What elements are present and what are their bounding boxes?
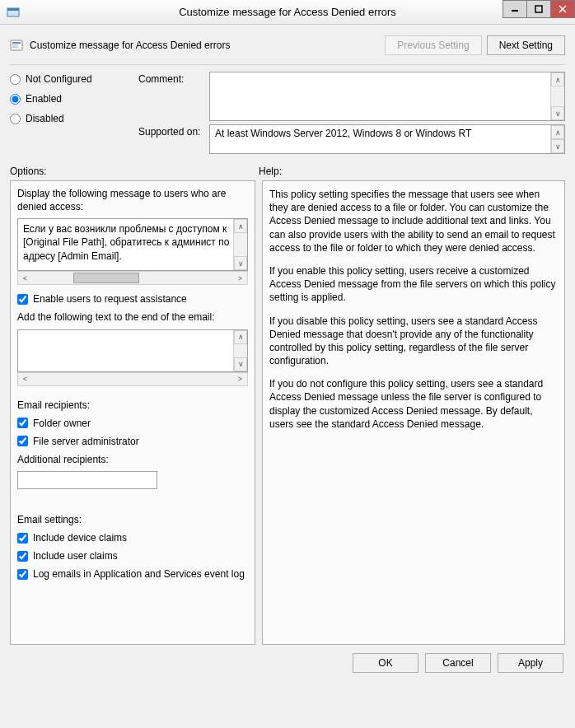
close-button[interactable] — [550, 0, 575, 18]
folder-owner-checkbox[interactable] — [17, 418, 28, 428]
append-email-scrollbar[interactable]: ∧ ∨ — [233, 330, 247, 371]
footer: OK Cancel Apply — [0, 645, 575, 681]
options-heading: Options: — [10, 166, 259, 177]
log-emails-label: Log emails in Application and Services e… — [33, 568, 245, 580]
help-paragraph: If you do not configure this policy sett… — [269, 377, 558, 431]
email-settings-heading: Email settings: — [17, 514, 248, 525]
help-paragraph: This policy setting specifies the messag… — [269, 188, 558, 254]
radio-enabled-label: Enabled — [26, 93, 62, 105]
display-message-label: Display the following message to users w… — [17, 188, 248, 213]
help-paragraph: If you disable this policy setting, user… — [269, 315, 558, 368]
policy-title: Customize message for Access Denied erro… — [30, 40, 385, 51]
fs-admin-row[interactable]: File server administrator — [17, 436, 248, 447]
scroll-right-icon[interactable]: > — [233, 272, 247, 284]
ok-button[interactable]: OK — [353, 653, 418, 673]
help-heading: Help: — [259, 166, 565, 177]
append-email-hscroll[interactable]: < > — [17, 372, 248, 386]
radio-not-configured-input[interactable] — [10, 74, 21, 85]
include-user-claims-row[interactable]: Include user claims — [17, 550, 248, 562]
comment-box[interactable]: ∧ ∨ — [209, 72, 565, 121]
help-panel: This policy setting specifies the messag… — [262, 180, 565, 645]
svg-rect-7 — [12, 42, 21, 44]
comment-label: Comment: — [138, 72, 204, 85]
apply-button[interactable]: Apply — [498, 653, 563, 673]
log-emails-checkbox[interactable] — [17, 569, 28, 580]
svg-rect-9 — [12, 47, 18, 49]
radio-not-configured-label: Not Configured — [26, 73, 92, 85]
svg-rect-1 — [7, 8, 19, 11]
title-bar: Customize message for Access Denied erro… — [0, 0, 575, 25]
scroll-down-icon[interactable]: ∨ — [234, 357, 247, 371]
fs-admin-checkbox[interactable] — [17, 436, 28, 446]
include-user-claims-label: Include user claims — [33, 550, 118, 562]
append-email-label: Add the following text to the end of the… — [17, 311, 248, 324]
scroll-left-icon[interactable]: < — [18, 373, 32, 385]
window-controls — [503, 0, 575, 20]
scroll-up-icon[interactable]: ∧ — [234, 330, 247, 344]
display-message-hscroll[interactable]: < > — [17, 271, 248, 285]
svg-rect-3 — [535, 6, 542, 12]
scroll-up-icon[interactable]: ∧ — [551, 125, 564, 139]
include-user-claims-checkbox[interactable] — [17, 551, 28, 562]
svg-rect-8 — [12, 44, 18, 46]
scroll-up-icon[interactable]: ∧ — [234, 219, 247, 233]
scroll-right-icon[interactable]: > — [233, 373, 247, 385]
append-email-field[interactable]: ∧ ∨ — [17, 329, 248, 372]
display-message-field[interactable]: ∧ ∨ — [17, 218, 248, 271]
radio-disabled-input[interactable] — [10, 114, 21, 124]
radio-disabled-label: Disabled — [26, 113, 64, 124]
window-title: Customize message for Access Denied erro… — [0, 6, 575, 18]
radio-enabled[interactable]: Enabled — [10, 93, 133, 105]
next-setting-button[interactable]: Next Setting — [487, 35, 565, 55]
scroll-down-icon[interactable]: ∨ — [234, 256, 247, 270]
display-message-scrollbar[interactable]: ∧ ∨ — [233, 219, 247, 270]
folder-owner-label: Folder owner — [33, 418, 91, 429]
enable-assist-label: Enable users to request assistance — [33, 293, 187, 305]
previous-setting-button: Previous Setting — [385, 35, 481, 55]
policy-icon — [10, 39, 23, 52]
radio-not-configured[interactable]: Not Configured — [10, 73, 133, 85]
supported-on-box: At least Windows Server 2012, Windows 8 … — [209, 124, 565, 154]
enable-assist-checkbox[interactable] — [17, 294, 28, 305]
supported-on-label: Supported on: — [138, 124, 204, 138]
scroll-left-icon[interactable]: < — [18, 272, 32, 284]
include-device-claims-label: Include device claims — [33, 532, 127, 544]
maximize-button[interactable] — [526, 0, 551, 18]
scroll-up-icon[interactable]: ∧ — [551, 72, 564, 86]
cancel-button[interactable]: Cancel — [425, 653, 491, 673]
comment-textarea[interactable] — [210, 72, 564, 120]
radio-disabled[interactable]: Disabled — [10, 113, 133, 124]
scroll-thumb[interactable] — [73, 273, 139, 283]
options-panel: Display the following message to users w… — [10, 180, 255, 645]
additional-recipients-input[interactable] — [17, 471, 157, 489]
scroll-down-icon[interactable]: ∨ — [551, 106, 564, 120]
folder-owner-row[interactable]: Folder owner — [17, 418, 248, 429]
append-email-textarea[interactable] — [18, 330, 247, 371]
include-device-claims-row[interactable]: Include device claims — [17, 532, 248, 544]
app-icon — [7, 6, 20, 19]
supported-scrollbar[interactable]: ∧ ∨ — [550, 125, 564, 153]
help-paragraph: If you enable this policy setting, users… — [269, 264, 558, 305]
additional-recipients-label: Additional recipients: — [17, 454, 248, 467]
include-device-claims-checkbox[interactable] — [17, 533, 28, 544]
supported-on-text: At least Windows Server 2012, Windows 8 … — [210, 125, 564, 142]
display-message-textarea[interactable] — [18, 219, 247, 270]
recipients-heading: Email recipients: — [17, 399, 248, 411]
enable-assist-row[interactable]: Enable users to request assistance — [17, 293, 248, 305]
radio-enabled-input[interactable] — [10, 94, 21, 105]
fs-admin-label: File server administrator — [33, 436, 139, 447]
minimize-button[interactable] — [503, 0, 527, 18]
divider — [10, 64, 565, 65]
scroll-down-icon[interactable]: ∨ — [551, 139, 564, 153]
comment-scrollbar[interactable]: ∧ ∨ — [550, 72, 564, 120]
log-emails-row[interactable]: Log emails in Application and Services e… — [17, 568, 248, 580]
